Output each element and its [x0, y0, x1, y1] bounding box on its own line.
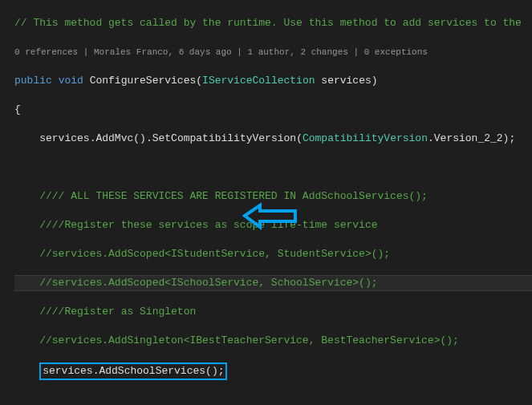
- comment-line: //services.AddScoped<IStudentService, St…: [39, 248, 390, 260]
- var-services: services: [39, 132, 89, 144]
- comment-line: //services.AddScoped<ISchoolService, Sch…: [39, 277, 377, 289]
- type-compatver: CompatibilityVersion: [303, 132, 428, 144]
- comment-line: // This method gets called by the runtim…: [14, 17, 522, 29]
- keyword-public: public: [14, 75, 52, 87]
- comment-line: ////Register as Singleton: [39, 306, 196, 318]
- keyword-void: void: [59, 75, 83, 87]
- call-addmvc: AddMvc: [95, 132, 133, 144]
- paren-open: (: [196, 75, 202, 87]
- call-setcompat: SetCompatibilityVersion: [152, 132, 296, 144]
- comment-line: ////Register these services as scope lif…: [39, 219, 377, 231]
- method-name: ConfigureServices: [90, 75, 197, 87]
- arrow-icon: [241, 202, 301, 230]
- brace-open: {: [14, 103, 21, 115]
- enum-value: Version_2_2: [434, 132, 503, 144]
- param-name: services: [321, 75, 371, 87]
- highlighted-box: services.AddSchoolServices();: [39, 362, 227, 380]
- codelens-info[interactable]: 0 references | Morales Franco, 6 days ag…: [14, 47, 428, 57]
- comment-line: //services.AddSingleton<IBestTeacherServ…: [39, 334, 459, 346]
- paren-close: ): [372, 75, 378, 87]
- param-type: IServiceCollection: [202, 75, 315, 87]
- comment-line: //// ALL THESE SERVICES ARE REGISTERED I…: [39, 190, 428, 202]
- var-services: services: [43, 365, 92, 377]
- call-addschool: AddSchoolServices: [99, 365, 205, 377]
